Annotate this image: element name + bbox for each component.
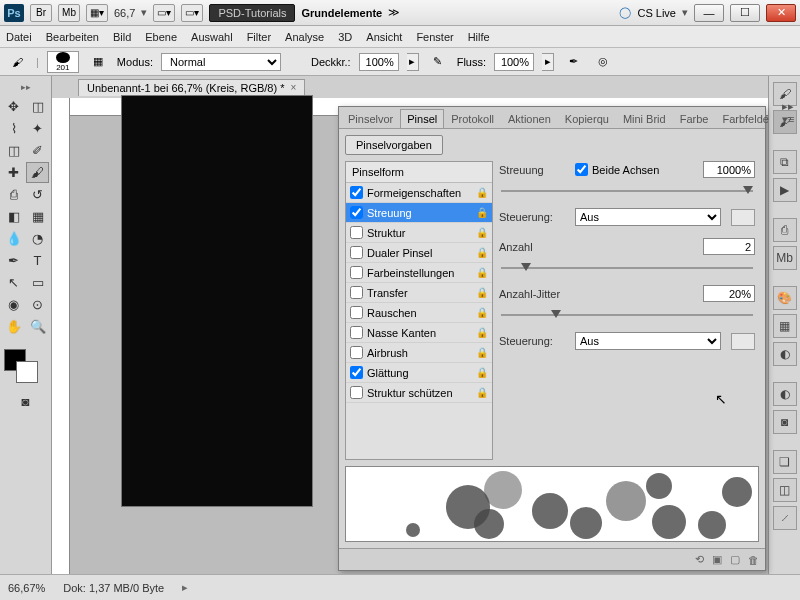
panel-icon-actions[interactable]: ▶	[773, 178, 797, 202]
stamp-tool[interactable]: ⎙	[2, 184, 25, 205]
screen-mode-button[interactable]: ▭▾	[181, 4, 203, 22]
brush-option-checkbox[interactable]	[350, 366, 363, 379]
gradient-tool[interactable]: ▦	[26, 206, 49, 227]
tab-farbfelder[interactable]: Farbfelde	[715, 109, 775, 128]
status-dok[interactable]: Dok: 1,37 MB/0 Byte	[63, 582, 164, 594]
tablet-pressure-size-icon[interactable]: ◎	[592, 52, 614, 72]
brush-option-dualer-pinsel[interactable]: Dualer Pinsel🔒	[346, 243, 492, 263]
tab-kopierqu[interactable]: Kopierqu	[558, 109, 616, 128]
brush-option-struktur[interactable]: Struktur🔒	[346, 223, 492, 243]
footer-icon-1[interactable]: ⟲	[695, 553, 704, 566]
minibridge-button[interactable]: Mb	[58, 4, 80, 22]
brush-tool-icon[interactable]: 🖌	[6, 52, 28, 72]
menu-bild[interactable]: Bild	[113, 31, 131, 43]
pinselform-header[interactable]: Pinselform	[346, 162, 492, 183]
tab-farbe[interactable]: Farbe	[673, 109, 716, 128]
fluss-value[interactable]: 100%	[494, 53, 534, 71]
panel-icon-channels[interactable]: ◫	[773, 478, 797, 502]
eraser-tool[interactable]: ◧	[2, 206, 25, 227]
brush-option-struktur-schützen[interactable]: Struktur schützen🔒	[346, 383, 492, 403]
minimize-button[interactable]: —	[694, 4, 724, 22]
3d-tool[interactable]: ◉	[2, 294, 25, 315]
steuerung2-extra-button[interactable]	[731, 333, 755, 350]
lock-icon[interactable]: 🔒	[476, 227, 488, 238]
cslive-icon[interactable]: ◯	[619, 6, 631, 19]
canvas[interactable]	[122, 96, 312, 506]
brush-option-transfer[interactable]: Transfer🔒	[346, 283, 492, 303]
wand-tool[interactable]: ✦	[26, 118, 49, 139]
footer-icon-2[interactable]: ▣	[712, 553, 722, 566]
lock-icon[interactable]: 🔒	[476, 187, 488, 198]
brush-option-checkbox[interactable]	[350, 186, 363, 199]
brush-option-checkbox[interactable]	[350, 386, 363, 399]
pen-tool[interactable]: ✒	[2, 250, 25, 271]
crop-tool[interactable]: ◫	[2, 140, 25, 161]
steuerung-select[interactable]: Aus	[575, 208, 721, 226]
shape-tool[interactable]: ▭	[26, 272, 49, 293]
brush-option-checkbox[interactable]	[350, 286, 363, 299]
tab-pinsel[interactable]: Pinsel	[400, 109, 444, 128]
steuerung2-select[interactable]: Aus	[575, 332, 721, 350]
3d-camera-tool[interactable]: ⊙	[26, 294, 49, 315]
quickmask-toggle[interactable]: ◙	[14, 391, 37, 412]
menu-hilfe[interactable]: Hilfe	[468, 31, 490, 43]
panel-icon-swatches[interactable]: ▦	[773, 314, 797, 338]
steuerung-extra-button[interactable]	[731, 209, 755, 226]
bridge-button[interactable]: Br	[30, 4, 52, 22]
eyedropper-tool[interactable]: ✐	[26, 140, 49, 161]
menu-ansicht[interactable]: Ansicht	[366, 31, 402, 43]
tabs-overflow-icon[interactable]: ▸▸ ▾≡	[776, 98, 800, 128]
streuung-value[interactable]: 1000%	[703, 161, 755, 178]
menu-fenster[interactable]: Fenster	[416, 31, 453, 43]
dodge-tool[interactable]: ◔	[26, 228, 49, 249]
move-tool[interactable]: ✥	[2, 96, 25, 117]
anzahljitter-value[interactable]: 20%	[703, 285, 755, 302]
footer-trash-icon[interactable]: 🗑	[748, 554, 759, 566]
cslive-label[interactable]: CS Live	[637, 7, 676, 19]
menu-auswahl[interactable]: Auswahl	[191, 31, 233, 43]
brush-option-streuung[interactable]: Streuung🔒	[346, 203, 492, 223]
brush-option-checkbox[interactable]	[350, 326, 363, 339]
brush-option-checkbox[interactable]	[350, 346, 363, 359]
background-color[interactable]	[16, 361, 38, 383]
panel-icon-masks[interactable]: ◙	[773, 410, 797, 434]
menu-3d[interactable]: 3D	[338, 31, 352, 43]
brush-option-rauschen[interactable]: Rauschen🔒	[346, 303, 492, 323]
maximize-button[interactable]: ☐	[730, 4, 760, 22]
brush-preset-picker[interactable]: 201	[47, 51, 79, 73]
brush-option-checkbox[interactable]	[350, 306, 363, 319]
footer-new-icon[interactable]: ▢	[730, 553, 740, 566]
menu-analyse[interactable]: Analyse	[285, 31, 324, 43]
close-tab-icon[interactable]: ×	[291, 82, 297, 93]
tab-minibridge[interactable]: Mini Brid	[616, 109, 673, 128]
panel-icon-adjustments[interactable]: ◐	[773, 382, 797, 406]
tablet-pressure-opacity-icon[interactable]: ✎	[427, 52, 449, 72]
panel-icon-paths[interactable]: ⟋	[773, 506, 797, 530]
close-button[interactable]: ✕	[766, 4, 796, 22]
zoom-tool[interactable]: 🔍	[26, 316, 49, 337]
brush-option-checkbox[interactable]	[350, 246, 363, 259]
anzahl-value[interactable]: 2	[703, 238, 755, 255]
tab-pinselvor[interactable]: Pinselvor	[341, 109, 400, 128]
blur-tool[interactable]: 💧	[2, 228, 25, 249]
menu-filter[interactable]: Filter	[247, 31, 271, 43]
panel-icon-styles[interactable]: ◐	[773, 342, 797, 366]
path-select-tool[interactable]: ↖	[2, 272, 25, 293]
history-brush-tool[interactable]: ↺	[26, 184, 49, 205]
psd-tutorials-button[interactable]: PSD-Tutorials	[209, 4, 295, 22]
airbrush-icon[interactable]: ✒	[562, 52, 584, 72]
brush-option-checkbox[interactable]	[350, 206, 363, 219]
brush-option-glättung[interactable]: Glättung🔒	[346, 363, 492, 383]
anzahl-slider[interactable]	[501, 261, 753, 275]
lock-icon[interactable]: 🔒	[476, 207, 488, 218]
lasso-tool[interactable]: ⌇	[2, 118, 25, 139]
hand-tool[interactable]: ✋	[2, 316, 25, 337]
tab-protokoll[interactable]: Protokoll	[444, 109, 501, 128]
pinselvorgaben-button[interactable]: Pinselvorgaben	[345, 135, 443, 155]
streuung-slider[interactable]	[501, 184, 753, 198]
panel-icon-layers[interactable]: ❏	[773, 450, 797, 474]
tab-aktionen[interactable]: Aktionen	[501, 109, 558, 128]
deckkr-value[interactable]: 100%	[359, 53, 399, 71]
layout-button[interactable]: ▦▾	[86, 4, 108, 22]
brush-option-formeigenschaften[interactable]: Formeigenschaften🔒	[346, 183, 492, 203]
